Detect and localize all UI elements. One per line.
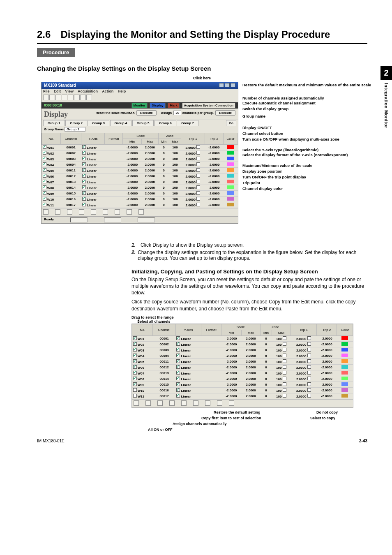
color-swatch[interactable] — [341, 365, 348, 369]
action-icon[interactable] — [55, 209, 60, 215]
table-row[interactable]: W1100017 Linear-2.00002.000001002.0000 -… — [42, 202, 238, 208]
trip-checkbox[interactable] — [307, 342, 311, 346]
col-no[interactable]: No. — [42, 133, 61, 144]
color-swatch[interactable] — [341, 388, 348, 392]
trip-checkbox[interactable] — [307, 377, 311, 380]
group-tab[interactable]: Group 3 — [88, 120, 109, 126]
menu-help[interactable]: Help — [118, 89, 126, 93]
display-checkbox[interactable] — [133, 348, 137, 352]
table-row[interactable]: W0200002 Linear-2.00002.00000100 2.0000 … — [132, 341, 353, 347]
table-row[interactable]: W0800014 Linear-2.00002.000001002.0000 -… — [42, 185, 238, 190]
action-icon[interactable] — [217, 400, 222, 406]
action-icon[interactable] — [115, 209, 120, 215]
zone-checkbox[interactable] — [283, 388, 286, 392]
yaxis-checkbox[interactable] — [176, 394, 180, 398]
display-checkbox[interactable] — [43, 145, 46, 149]
menu-action[interactable]: Action — [102, 89, 113, 93]
display-checkbox[interactable] — [133, 342, 137, 346]
trip-checkbox[interactable] — [307, 365, 311, 369]
assign-count-input[interactable]: 20 — [173, 111, 181, 115]
display-checkbox[interactable] — [133, 354, 137, 357]
zone-checkbox[interactable] — [283, 371, 286, 375]
yaxis-checkbox[interactable] — [176, 342, 180, 346]
yaxis-checkbox[interactable] — [82, 185, 86, 189]
color-swatch[interactable] — [341, 394, 348, 398]
display-checkbox[interactable] — [43, 174, 46, 178]
trip-checkbox[interactable] — [307, 371, 311, 375]
yaxis-checkbox[interactable] — [176, 336, 180, 340]
trip-checkbox[interactable] — [196, 168, 200, 172]
yaxis-checkbox[interactable] — [176, 382, 180, 386]
color-swatch[interactable] — [227, 197, 234, 201]
yaxis-checkbox[interactable] — [82, 191, 86, 195]
display-checkbox[interactable] — [133, 394, 137, 398]
zone-checkbox[interactable] — [283, 382, 286, 386]
group-tab[interactable]: Group 1 — [43, 120, 65, 126]
execute-assign-button[interactable]: Execute — [215, 110, 235, 116]
table-row[interactable]: W0100001 Linear-2.00002.000001002.0000 -… — [42, 144, 238, 150]
menu-view[interactable]: View — [65, 89, 74, 93]
yaxis-checkbox[interactable] — [176, 371, 180, 375]
display-checkbox[interactable] — [43, 151, 46, 155]
group-tabs[interactable]: Group 1 Group 2 Group 3 Group 4 Group 5 … — [42, 120, 238, 126]
menu-file[interactable]: File — [43, 89, 50, 93]
action-icon[interactable] — [229, 400, 234, 406]
table-row[interactable]: W0800014 Linear-2.00002.00000100 2.0000 … — [132, 376, 353, 382]
color-swatch[interactable] — [227, 145, 234, 149]
zone-checkbox[interactable] — [283, 342, 286, 346]
trip-checkbox[interactable] — [307, 394, 311, 398]
mark-button[interactable]: Mark — [168, 103, 180, 108]
display-checkbox[interactable] — [133, 359, 137, 363]
action-icon[interactable] — [193, 400, 198, 406]
display-checkbox[interactable] — [133, 371, 137, 375]
action-icon[interactable] — [67, 209, 72, 215]
execute-reset-button[interactable]: Execute — [136, 110, 157, 116]
table-row[interactable]: W0700013 Linear-2.00002.00000100 2.0000 … — [132, 370, 353, 376]
display-button[interactable]: Display — [150, 103, 165, 108]
trip-checkbox[interactable] — [196, 151, 200, 155]
yaxis-checkbox[interactable] — [82, 157, 86, 160]
zone-checkbox[interactable] — [283, 348, 286, 352]
table-row[interactable]: W0500011 Linear-2.00002.000001002.0000 -… — [42, 167, 238, 173]
trip-checkbox[interactable] — [196, 145, 200, 149]
group-tab-nav[interactable]: Go — [226, 120, 236, 126]
zone-checkbox[interactable] — [283, 394, 286, 398]
table-row[interactable]: W0400004 Linear-2.00002.00000100 2.0000 … — [132, 353, 353, 358]
trip-checkbox[interactable] — [307, 348, 311, 352]
display-checkbox[interactable] — [43, 157, 46, 160]
menu-edit[interactable]: Edit — [54, 89, 61, 93]
table-row[interactable]: W0700013 Linear-2.00002.000001002.0000 -… — [42, 179, 238, 185]
fig2-table[interactable]: No. Channel Y-Axis Format Scale Zone Tri… — [132, 324, 353, 399]
action-icon[interactable] — [169, 400, 175, 406]
yaxis-checkbox[interactable] — [176, 354, 180, 357]
color-swatch[interactable] — [341, 359, 348, 363]
action-icon[interactable] — [103, 209, 108, 215]
group-tab[interactable]: Group 2 — [65, 120, 87, 126]
color-swatch[interactable] — [227, 157, 234, 160]
color-swatch[interactable] — [227, 191, 234, 195]
table-row[interactable]: W0900015 Linear-2.00002.00000100 2.0000 … — [132, 382, 353, 387]
trip-checkbox[interactable] — [196, 174, 200, 178]
toolbar-btn[interactable] — [55, 95, 61, 100]
yaxis-checkbox[interactable] — [82, 174, 86, 178]
menu-acquisition[interactable]: Acquisition — [78, 89, 98, 93]
table-row[interactable]: W0300003 Linear-2.00002.00000100 2.0000 … — [132, 347, 353, 353]
action-icon[interactable] — [79, 209, 84, 215]
toolbar-btn[interactable] — [43, 95, 49, 100]
zone-checkbox[interactable] — [283, 365, 286, 369]
action-icon[interactable] — [205, 400, 210, 406]
window-buttons[interactable] — [218, 83, 235, 88]
action-icon[interactable] — [43, 209, 48, 215]
action-icon[interactable] — [91, 209, 96, 215]
yaxis-checkbox[interactable] — [82, 168, 86, 172]
display-checkbox[interactable] — [43, 191, 46, 195]
display-checkbox[interactable] — [133, 388, 137, 392]
yaxis-checkbox[interactable] — [82, 197, 86, 201]
trip-checkbox[interactable] — [196, 185, 200, 189]
yaxis-checkbox[interactable] — [176, 359, 180, 363]
table-row[interactable]: W0900015 Linear-2.00002.000001002.0000 -… — [42, 190, 238, 196]
toolbar-btn[interactable] — [68, 95, 74, 100]
trip-checkbox[interactable] — [196, 162, 200, 166]
toolbar-btn[interactable] — [80, 95, 86, 100]
action-icon[interactable] — [138, 209, 144, 215]
